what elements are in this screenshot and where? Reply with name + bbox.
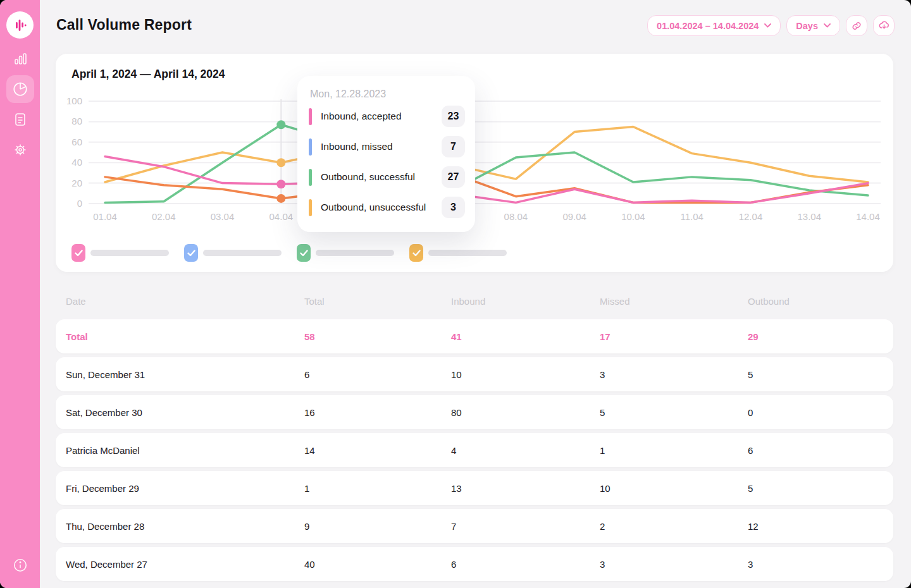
svg-text:60: 60 — [71, 137, 82, 147]
row-value: 0 — [748, 407, 893, 418]
row-value: 16 — [304, 407, 451, 418]
series-checkbox[interactable] — [184, 244, 198, 262]
granularity-select[interactable]: Days — [786, 15, 840, 36]
column-header: Outbound — [748, 296, 893, 307]
row-value: 3 — [748, 559, 893, 570]
app-window: Call Volume Report 01.04.2024 – 14.04.20… — [0, 0, 911, 588]
sidebar — [0, 0, 40, 588]
table-row[interactable]: Sat, December 30168050 — [56, 395, 893, 429]
svg-text:02.04: 02.04 — [152, 211, 176, 222]
sidebar-item-info[interactable] — [6, 551, 34, 579]
table-row[interactable]: Patricia McDaniel14416 — [56, 433, 893, 467]
tooltip-series-value: 7 — [442, 136, 465, 157]
tooltip-series-value: 23 — [442, 106, 465, 127]
svg-text:14.04: 14.04 — [856, 211, 880, 222]
legend-item — [71, 244, 169, 262]
document-icon — [13, 112, 28, 127]
row-value: 1 — [600, 445, 748, 456]
table-row[interactable]: Sun, December 3161035 — [56, 357, 893, 391]
row-value: 6 — [451, 559, 600, 570]
svg-text:09.04: 09.04 — [562, 211, 586, 222]
sidebar-item-reports[interactable] — [6, 75, 34, 103]
gear-icon — [13, 142, 28, 157]
row-value: 5 — [748, 483, 893, 494]
legend-label-skeleton — [428, 250, 507, 256]
checkmark-icon — [412, 250, 421, 257]
row-value: 14 — [304, 445, 451, 456]
sidebar-item-settings[interactable] — [6, 136, 34, 164]
date-range-picker[interactable]: 01.04.2024 – 14.04.2024 — [647, 15, 781, 36]
legend-item — [297, 244, 394, 262]
download-button[interactable] — [873, 15, 895, 36]
svg-text:03.04: 03.04 — [211, 211, 235, 222]
tooltip-row: Inbound, accepted23 — [309, 101, 465, 132]
svg-text:01.04: 01.04 — [93, 211, 117, 222]
svg-text:100: 100 — [66, 95, 82, 106]
svg-text:80: 80 — [71, 116, 82, 126]
series-checkbox[interactable] — [409, 244, 423, 262]
row-value: 10 — [600, 483, 748, 494]
link-icon — [851, 20, 862, 32]
row-value: 10 — [451, 369, 600, 380]
row-value: 3 — [600, 559, 748, 570]
chart-card: April 1, 2024 — April 14, 2024 100806040… — [56, 54, 893, 272]
app-logo[interactable] — [6, 11, 34, 39]
table-total-row: Total58411729 — [56, 319, 893, 353]
tooltip-series-value: 27 — [442, 166, 465, 188]
tooltip-series-label: Outbound, successful — [321, 171, 415, 183]
total-row-value: 41 — [451, 331, 600, 342]
bar-chart-icon — [13, 51, 28, 66]
series-color-swatch — [309, 138, 312, 156]
series-checkbox[interactable] — [71, 244, 85, 262]
svg-text:08.04: 08.04 — [504, 211, 528, 222]
row-value: 12 — [748, 521, 893, 532]
row-date-label: Wed, December 27 — [66, 559, 304, 570]
tooltip-series-value: 3 — [442, 197, 465, 218]
series-color-swatch — [309, 199, 312, 216]
column-header: Total — [304, 296, 451, 307]
legend-item — [409, 244, 507, 262]
row-value: 5 — [600, 407, 748, 418]
copy-link-button[interactable] — [846, 15, 867, 36]
chevron-down-icon — [824, 23, 831, 28]
table-row[interactable]: Wed, December 2740633 — [56, 547, 893, 581]
checkmark-icon — [75, 250, 83, 257]
svg-text:40: 40 — [71, 157, 82, 168]
column-header: Missed — [600, 296, 748, 307]
svg-text:20: 20 — [71, 178, 82, 188]
header-controls: 01.04.2024 – 14.04.2024 Days — [647, 15, 895, 36]
total-row-value: 17 — [600, 331, 748, 342]
table-header-row: DateTotalInboundMissedOutbound — [56, 292, 893, 310]
chevron-down-icon — [764, 23, 771, 28]
tooltip-series-label: Outbound, unsuccessful — [321, 202, 426, 213]
row-date-label: Patricia McDaniel — [66, 445, 304, 456]
page-title: Call Volume Report — [56, 16, 192, 34]
row-value: 6 — [748, 445, 893, 456]
sidebar-item-stats[interactable] — [6, 45, 34, 73]
info-icon — [12, 557, 28, 573]
chart-title: April 1, 2024 — April 14, 2024 — [71, 68, 225, 81]
legend-label-skeleton — [316, 250, 394, 256]
total-row-value: 29 — [748, 331, 893, 342]
row-value: 1 — [304, 483, 451, 494]
chart-legend — [71, 244, 507, 262]
table-row[interactable]: Fri, December 29113105 — [56, 471, 893, 505]
svg-text:10.04: 10.04 — [621, 211, 645, 222]
svg-text:11.04: 11.04 — [680, 211, 703, 222]
series-checkbox[interactable] — [297, 244, 311, 262]
row-value: 6 — [304, 369, 451, 380]
row-value: 5 — [748, 369, 893, 380]
row-value: 9 — [304, 521, 451, 532]
tooltip-date: Mon, 12.28.2023 — [310, 89, 465, 100]
sidebar-item-documents[interactable] — [6, 106, 34, 133]
report-table: DateTotalInboundMissedOutbound Total5841… — [56, 292, 893, 585]
row-value: 7 — [451, 521, 600, 532]
row-date-label: Fri, December 29 — [66, 483, 304, 494]
series-color-swatch — [309, 108, 312, 125]
tooltip-series-label: Inbound, missed — [321, 141, 393, 152]
table-row[interactable]: Thu, December 2897212 — [56, 509, 893, 543]
checkmark-icon — [187, 250, 195, 257]
column-header: Inbound — [451, 296, 600, 307]
tooltip-series-label: Inbound, accepted — [321, 111, 402, 122]
tooltip-row: Inbound, missed7 — [309, 132, 465, 162]
